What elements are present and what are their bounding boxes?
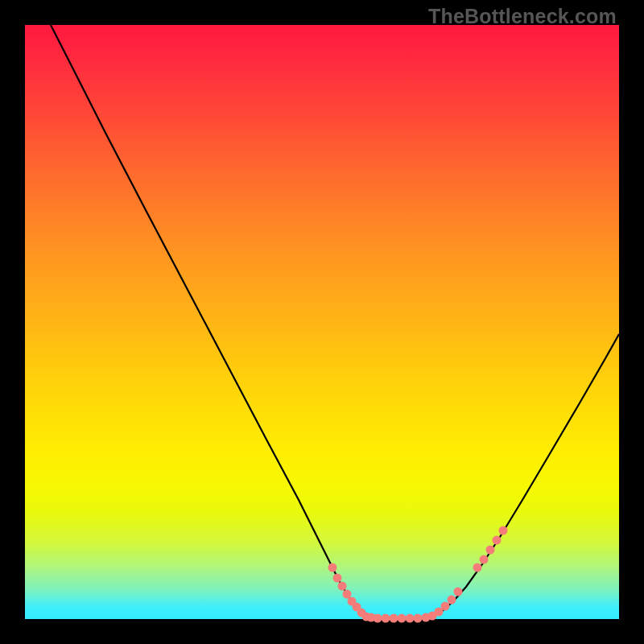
bottleneck-curve xyxy=(51,25,619,619)
marker-dot xyxy=(328,564,337,572)
marker-dot xyxy=(406,614,415,623)
marker-dot xyxy=(414,614,423,623)
marker-dot xyxy=(499,526,508,535)
marker-dots-right xyxy=(422,526,508,622)
marker-dot xyxy=(343,590,352,599)
marker-dot xyxy=(374,614,382,623)
marker-dot xyxy=(480,555,489,564)
marker-dot xyxy=(454,588,463,597)
watermark-text: TheBottleneck.com xyxy=(428,5,617,28)
marker-dot xyxy=(390,614,398,623)
marker-dot xyxy=(493,536,502,545)
marker-dot xyxy=(448,596,456,605)
marker-dot xyxy=(333,574,342,583)
marker-dot xyxy=(398,614,407,623)
marker-dot xyxy=(473,564,482,572)
marker-dots-left xyxy=(328,564,423,623)
marker-dot xyxy=(486,546,495,555)
marker-dot xyxy=(338,582,347,591)
marker-dot xyxy=(382,614,390,623)
marker-dot xyxy=(441,602,450,611)
curve-layer xyxy=(25,25,619,619)
chart-frame: TheBottleneck.com xyxy=(0,0,644,644)
